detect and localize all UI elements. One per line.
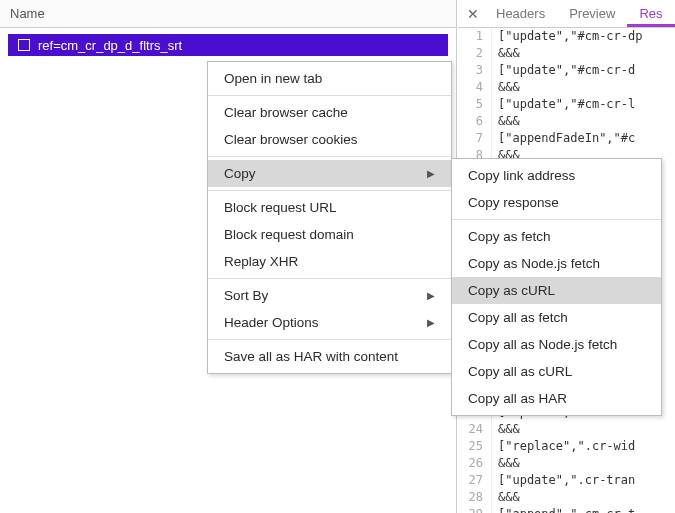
code-line: 25["replace",".cr-wid — [458, 438, 675, 455]
code-line: 4&&& — [458, 79, 675, 96]
code-text: ["appendFadeIn","#c — [492, 130, 635, 147]
sub-copy-all-har[interactable]: Copy all as HAR — [452, 385, 661, 412]
sub-copy-response[interactable]: Copy response — [452, 189, 661, 216]
code-line: 6&&& — [458, 113, 675, 130]
network-request-row[interactable]: ref=cm_cr_dp_d_fltrs_srt — [8, 34, 448, 56]
code-line: 5["update","#cm-cr-l — [458, 96, 675, 113]
context-menu: Open in new tab Clear browser cache Clea… — [207, 61, 452, 374]
code-line: 27["update",".cr-tran — [458, 472, 675, 489]
code-text: ["update","#cm-cr-l — [492, 96, 635, 113]
line-number: 4 — [458, 79, 492, 96]
code-text: &&& — [492, 113, 520, 130]
line-number: 7 — [458, 130, 492, 147]
file-icon — [18, 39, 30, 51]
code-text: ["replace",".cr-wid — [492, 438, 635, 455]
context-submenu-copy: Copy link address Copy response Copy as … — [451, 158, 662, 416]
ctx-header-options[interactable]: Header Options ▶ — [208, 309, 451, 336]
line-number: 3 — [458, 62, 492, 79]
tab-response[interactable]: Res — [627, 0, 674, 27]
sub-copy-fetch[interactable]: Copy as fetch — [452, 223, 661, 250]
code-line: 24&&& — [458, 421, 675, 438]
code-text: &&& — [492, 45, 520, 62]
code-text: ["update","#cm-cr-d — [492, 62, 635, 79]
line-number: 29 — [458, 506, 492, 513]
separator — [208, 156, 451, 157]
separator — [208, 278, 451, 279]
code-line: 26&&& — [458, 455, 675, 472]
close-icon[interactable]: ✕ — [462, 6, 484, 22]
line-number: 1 — [458, 28, 492, 45]
code-line: 3["update","#cm-cr-d — [458, 62, 675, 79]
code-text: ["append",".cm-cr-t — [492, 506, 635, 513]
line-number: 26 — [458, 455, 492, 472]
ctx-clear-cache[interactable]: Clear browser cache — [208, 99, 451, 126]
tab-preview[interactable]: Preview — [557, 0, 627, 27]
details-tabs: ✕ Headers Preview Res — [458, 0, 675, 28]
ctx-copy[interactable]: Copy ▶ — [208, 160, 451, 187]
chevron-right-icon: ▶ — [427, 290, 435, 301]
line-number: 2 — [458, 45, 492, 62]
separator — [452, 219, 661, 220]
code-line: 7["appendFadeIn","#c — [458, 130, 675, 147]
line-number: 5 — [458, 96, 492, 113]
tab-headers[interactable]: Headers — [484, 0, 557, 27]
line-number: 27 — [458, 472, 492, 489]
separator — [208, 95, 451, 96]
sub-copy-curl[interactable]: Copy as cURL — [452, 277, 661, 304]
line-number: 6 — [458, 113, 492, 130]
code-text: &&& — [492, 421, 520, 438]
code-line: 29["append",".cm-cr-t — [458, 506, 675, 513]
ctx-replay-xhr[interactable]: Replay XHR — [208, 248, 451, 275]
separator — [208, 339, 451, 340]
ctx-open-new-tab[interactable]: Open in new tab — [208, 65, 451, 92]
code-line: 28&&& — [458, 489, 675, 506]
line-number: 24 — [458, 421, 492, 438]
sub-copy-all-curl[interactable]: Copy all as cURL — [452, 358, 661, 385]
ctx-block-domain[interactable]: Block request domain — [208, 221, 451, 248]
code-text: &&& — [492, 79, 520, 96]
column-header-name[interactable]: Name — [0, 0, 456, 28]
chevron-right-icon: ▶ — [427, 168, 435, 179]
code-text: &&& — [492, 455, 520, 472]
code-line: 1["update","#cm-cr-dp — [458, 28, 675, 45]
chevron-right-icon: ▶ — [427, 317, 435, 328]
line-number: 28 — [458, 489, 492, 506]
sub-copy-link[interactable]: Copy link address — [452, 162, 661, 189]
sub-copy-all-fetch[interactable]: Copy all as fetch — [452, 304, 661, 331]
separator — [208, 190, 451, 191]
code-text: &&& — [492, 489, 520, 506]
line-number: 25 — [458, 438, 492, 455]
ctx-block-url[interactable]: Block request URL — [208, 194, 451, 221]
sub-copy-node-fetch[interactable]: Copy as Node.js fetch — [452, 250, 661, 277]
ctx-clear-cookies[interactable]: Clear browser cookies — [208, 126, 451, 153]
request-name: ref=cm_cr_dp_d_fltrs_srt — [38, 38, 182, 53]
code-text: ["update","#cm-cr-dp — [492, 28, 643, 45]
sub-copy-all-node-fetch[interactable]: Copy all as Node.js fetch — [452, 331, 661, 358]
ctx-save-har[interactable]: Save all as HAR with content — [208, 343, 451, 370]
code-line: 2&&& — [458, 45, 675, 62]
code-text: ["update",".cr-tran — [492, 472, 635, 489]
ctx-sort-by[interactable]: Sort By ▶ — [208, 282, 451, 309]
